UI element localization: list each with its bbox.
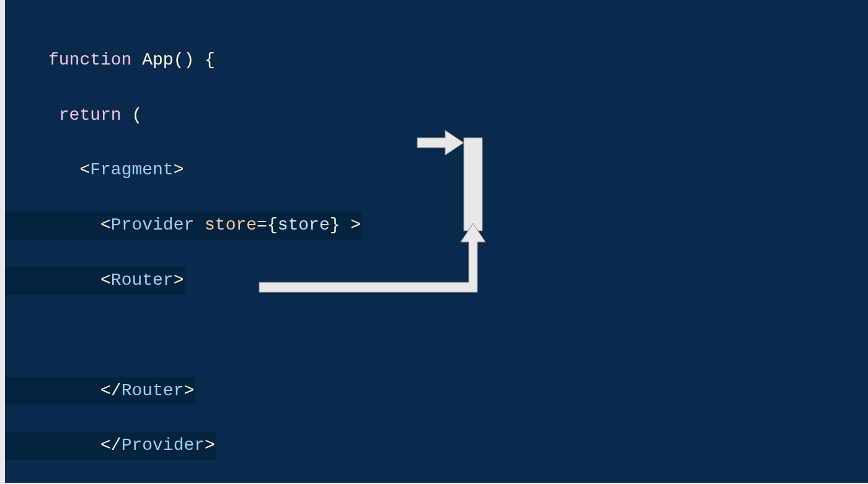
tag-fragment-open: Fragment — [90, 160, 173, 179]
angle-open: </ — [100, 381, 122, 400]
tag-provider-open: Provider — [111, 215, 194, 235]
tag-router-close: Router — [122, 381, 184, 400]
tag-provider-close: Provider — [122, 436, 205, 455]
code-line-3: <Fragment> — [48, 156, 868, 184]
angle-open: < — [100, 271, 111, 290]
angle-close: > — [205, 436, 215, 455]
code-line-2: return ( — [48, 102, 868, 129]
code-line-4: <Provider store={store} > — [48, 212, 868, 239]
tag-router-open: Router — [111, 271, 174, 290]
code-line-7: </Router> — [48, 377, 868, 405]
value-store: store — [278, 215, 330, 235]
angle-close: > — [184, 381, 194, 400]
keyword-function: function — [48, 50, 131, 69]
function-name: App — [131, 50, 173, 69]
angle-close: > — [174, 160, 184, 179]
code-line-8: </Provider> — [48, 432, 868, 459]
angle-close: > — [340, 215, 361, 235]
open-brace: { — [194, 50, 215, 69]
attr-store: store — [194, 215, 257, 235]
angle-open: </ — [100, 436, 122, 455]
equals: = — [257, 215, 267, 235]
code-block: function App() { return ( <Fragment> <Pr… — [5, 0, 868, 484]
brace-open: { — [267, 215, 278, 235]
parentheses: () — [174, 50, 195, 69]
angle-close: > — [174, 271, 184, 290]
angle-open: < — [79, 160, 90, 179]
code-line-6-blank — [48, 322, 868, 349]
keyword-return: return — [48, 105, 122, 125]
code-line-1: function App() { — [48, 47, 868, 74]
code-line-5: <Router> — [48, 267, 868, 294]
angle-open: < — [100, 215, 111, 235]
open-paren: ( — [122, 105, 143, 125]
brace-close: } — [330, 215, 340, 235]
